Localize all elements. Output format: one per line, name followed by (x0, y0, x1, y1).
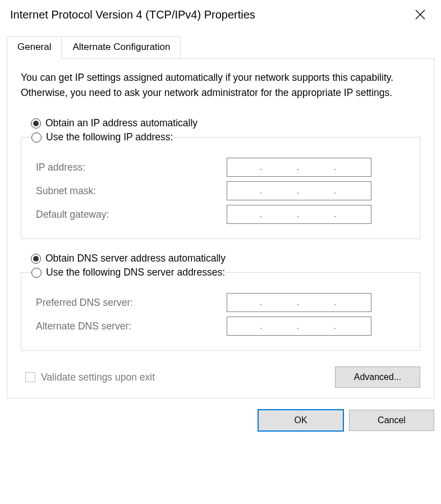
row-alternate-dns: Alternate DNS server: ... (36, 317, 405, 336)
radio-dns-auto[interactable]: Obtain DNS server address automatically (31, 253, 420, 264)
input-subnet-mask[interactable]: ... (227, 181, 371, 200)
bottom-row: Validate settings upon exit Advanced... (21, 366, 420, 388)
label-ip-address: IP address: (36, 162, 215, 173)
radio-dns-auto-label: Obtain DNS server address automatically (45, 253, 226, 264)
cancel-button-label: Cancel (378, 415, 406, 425)
label-preferred-dns: Preferred DNS server: (36, 297, 215, 309)
radio-ip-manual[interactable]: Use the following IP address: (31, 131, 173, 143)
dialog-buttons: OK Cancel (0, 405, 441, 431)
close-icon (415, 10, 425, 20)
input-ip-address[interactable]: ... (227, 158, 371, 177)
label-default-gateway: Default gateway: (36, 209, 215, 221)
advanced-button[interactable]: Advanced... (335, 366, 420, 388)
titlebar: Internet Protocol Version 4 (TCP/IPv4) P… (0, 0, 441, 29)
tab-general[interactable]: General (7, 36, 62, 59)
ip-manual-group: Use the following IP address: IP address… (21, 131, 420, 239)
validate-label: Validate settings upon exit (41, 372, 155, 383)
input-preferred-dns[interactable]: ... (227, 293, 371, 312)
row-default-gateway: Default gateway: ... (36, 205, 405, 224)
input-alternate-dns[interactable]: ... (227, 317, 371, 336)
radio-ip-auto-label: Obtain an IP address automatically (45, 117, 197, 129)
row-preferred-dns: Preferred DNS server: ... (36, 293, 405, 312)
close-button[interactable] (407, 6, 433, 24)
input-default-gateway[interactable]: ... (227, 205, 371, 224)
cancel-button[interactable]: Cancel (349, 410, 434, 431)
tab-alternate[interactable]: Alternate Configuration (62, 36, 181, 59)
tab-alternate-label: Alternate Configuration (72, 42, 170, 52)
radio-ip-manual-label: Use the following IP address: (46, 131, 173, 143)
row-ip-address: IP address: ... (36, 158, 405, 177)
radio-dns-manual-label: Use the following DNS server addresses: (46, 267, 225, 278)
tab-strip: General Alternate Configuration (0, 29, 441, 58)
row-subnet-mask: Subnet mask: ... (36, 181, 405, 200)
label-subnet-mask: Subnet mask: (36, 185, 215, 197)
radio-ip-auto[interactable]: Obtain an IP address automatically (31, 117, 420, 129)
label-alternate-dns: Alternate DNS server: (36, 320, 215, 332)
ok-button[interactable]: OK (258, 410, 343, 431)
description-text: You can get IP settings assigned automat… (21, 70, 420, 100)
radio-icon-ip-manual (31, 132, 42, 143)
advanced-button-label: Advanced... (354, 372, 402, 382)
radio-dns-manual[interactable]: Use the following DNS server addresses: (31, 267, 225, 278)
radio-icon-ip-auto (31, 118, 41, 129)
dns-manual-group: Use the following DNS server addresses: … (21, 267, 420, 351)
window-title: Internet Protocol Version 4 (TCP/IPv4) P… (10, 8, 255, 21)
properties-dialog: Internet Protocol Version 4 (TCP/IPv4) P… (0, 0, 441, 504)
tab-panel-general: You can get IP settings assigned automat… (7, 58, 434, 398)
checkbox-icon (25, 372, 35, 382)
tab-general-label: General (17, 42, 51, 52)
ok-button-label: OK (294, 415, 307, 425)
radio-icon-dns-manual (31, 268, 42, 278)
radio-icon-dns-auto (31, 254, 41, 264)
validate-checkbox-row[interactable]: Validate settings upon exit (25, 372, 155, 383)
